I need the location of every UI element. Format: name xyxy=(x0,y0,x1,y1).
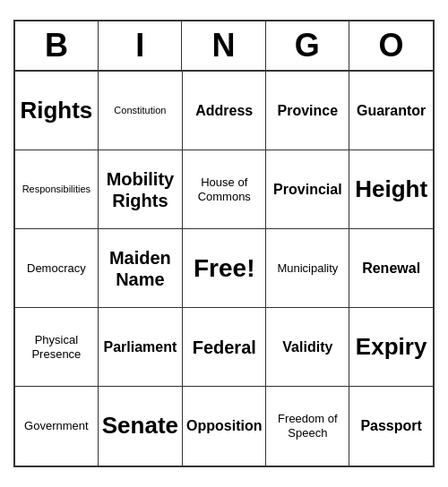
bingo-cell: Expiry xyxy=(349,308,433,387)
bingo-cell: Senate xyxy=(99,387,183,466)
cell-text: Guarantor xyxy=(357,102,426,119)
bingo-grid: RightsConstitutionAddressProvinceGuarant… xyxy=(15,72,433,466)
cell-text: Federal xyxy=(193,337,256,358)
header-letter: I xyxy=(99,21,182,70)
bingo-cell: Rights xyxy=(15,72,99,150)
cell-text: Address xyxy=(195,102,253,119)
bingo-card: BINGO RightsConstitutionAddressProvinceG… xyxy=(13,20,435,467)
cell-text: Opposition xyxy=(186,417,262,434)
cell-text: Passport xyxy=(360,417,421,434)
bingo-cell: Passport xyxy=(349,387,433,466)
bingo-cell: Democracy xyxy=(15,229,99,308)
cell-text: Maiden Name xyxy=(102,247,178,290)
bingo-cell: Responsibilities xyxy=(15,150,99,229)
cell-text: Province xyxy=(278,102,339,119)
bingo-cell: Renewal xyxy=(349,229,433,308)
header-letter: G xyxy=(266,21,349,70)
bingo-cell: Municipality xyxy=(266,229,349,308)
header-letter: B xyxy=(15,21,99,70)
bingo-cell: Federal xyxy=(183,308,266,387)
cell-text: Free! xyxy=(194,254,254,283)
cell-text: House of Commons xyxy=(186,175,262,203)
cell-text: Physical Presence xyxy=(19,333,94,361)
cell-text: Validity xyxy=(282,338,332,355)
header-letter: N xyxy=(182,21,265,70)
bingo-cell: Address xyxy=(183,72,266,150)
cell-text: Senate xyxy=(102,412,178,440)
cell-text: Provincial xyxy=(273,181,341,198)
bingo-cell: Province xyxy=(266,72,349,150)
bingo-cell: Validity xyxy=(266,308,349,387)
cell-text: Municipality xyxy=(277,261,338,276)
cell-text: Expiry xyxy=(356,333,427,361)
cell-text: Responsibilities xyxy=(22,184,90,195)
cell-text: Renewal xyxy=(362,260,420,277)
bingo-cell: Height xyxy=(349,150,433,229)
bingo-cell: Opposition xyxy=(183,387,266,466)
bingo-cell: Physical Presence xyxy=(15,308,99,387)
bingo-cell: Free! xyxy=(183,229,266,308)
cell-text: Mobility Rights xyxy=(102,168,178,211)
cell-text: Freedom of Speech xyxy=(270,412,345,440)
cell-text: Rights xyxy=(20,97,92,124)
bingo-cell: Government xyxy=(15,387,99,466)
cell-text: Government xyxy=(24,419,89,433)
bingo-cell: Mobility Rights xyxy=(99,150,183,229)
bingo-cell: House of Commons xyxy=(183,150,266,229)
bingo-cell: Provincial xyxy=(266,150,349,229)
header-letter: O xyxy=(349,21,433,70)
bingo-cell: Parliament xyxy=(99,308,183,387)
bingo-cell: Constitution xyxy=(99,72,183,150)
bingo-cell: Maiden Name xyxy=(99,229,183,308)
cell-text: Parliament xyxy=(103,338,177,355)
cell-text: Democracy xyxy=(27,261,86,276)
bingo-cell: Guarantor xyxy=(349,72,433,150)
bingo-header: BINGO xyxy=(15,21,433,72)
cell-text: Constitution xyxy=(114,105,166,116)
bingo-cell: Freedom of Speech xyxy=(266,387,349,466)
cell-text: Height xyxy=(355,175,427,203)
